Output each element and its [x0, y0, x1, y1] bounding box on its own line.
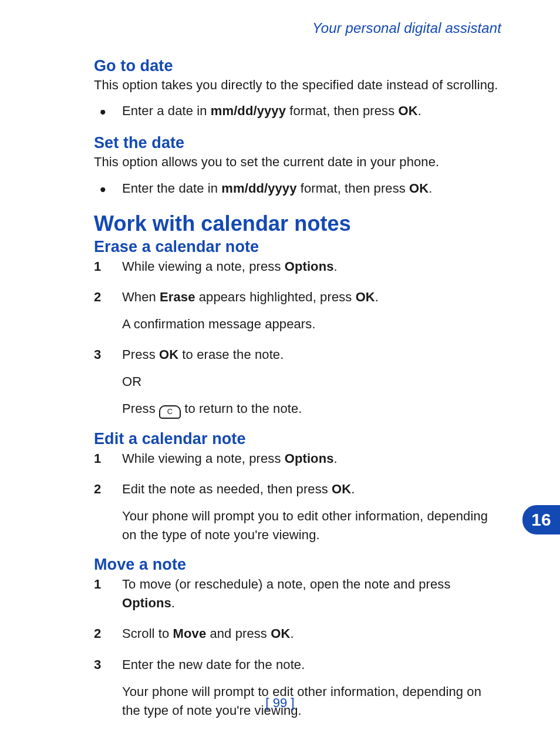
- set-the-date-desc: This option allows you to set the curren…: [94, 153, 501, 171]
- text: to return to the note.: [181, 401, 302, 416]
- text: While viewing a note, press: [122, 451, 285, 466]
- page-header: Your personal digital assistant: [94, 0, 501, 36]
- bold: mm/dd/yyyy: [221, 181, 296, 196]
- text: format, then press: [286, 103, 399, 118]
- edit-step-2-note: Your phone will prompt you to edit other…: [122, 507, 501, 544]
- text: and press: [206, 626, 271, 641]
- c-key-icon: C: [159, 405, 181, 419]
- heading-work-with-notes: Work with calendar notes: [94, 212, 501, 236]
- text: Enter the date in: [122, 181, 221, 196]
- bold: Options: [285, 451, 334, 466]
- text: appears highlighted, press: [195, 290, 356, 304]
- text: .: [334, 451, 338, 466]
- text: While viewing a note, press: [122, 259, 285, 274]
- text: to erase the note.: [178, 347, 284, 362]
- text: .: [334, 259, 338, 274]
- bold: OK: [356, 290, 375, 304]
- step-number: 1: [94, 449, 101, 468]
- text: Press: [122, 401, 159, 416]
- step-number: 1: [94, 575, 101, 594]
- text: .: [375, 290, 379, 304]
- step-number: 2: [94, 288, 101, 307]
- edit-step-1: 1 While viewing a note, press Options.: [94, 449, 501, 468]
- text: Press: [122, 347, 159, 362]
- move-step-1: 1 To move (or reschedule) a note, open t…: [94, 575, 501, 613]
- step-number: 2: [94, 480, 101, 499]
- heading-erase-note: Erase a calendar note: [94, 238, 501, 256]
- bold: OK: [159, 347, 178, 362]
- page-number: [ 99 ]: [0, 695, 560, 711]
- chapter-tab: 16: [522, 505, 560, 534]
- bold: OK: [271, 626, 290, 641]
- bold: Erase: [160, 290, 195, 304]
- step-number: 2: [94, 624, 101, 643]
- bold: Options: [122, 596, 171, 610]
- erase-step-3-alt: Press C to return to the note.: [122, 399, 501, 419]
- bold: Move: [173, 626, 207, 641]
- move-step-2: 2 Scroll to Move and press OK.: [94, 624, 501, 643]
- bold: OK: [399, 103, 418, 118]
- erase-step-2: 2 When Erase appears highlighted, press …: [94, 288, 501, 334]
- erase-step-3-or: OR: [122, 372, 501, 391]
- edit-step-2: 2 Edit the note as needed, then press OK…: [94, 480, 501, 544]
- text: .: [351, 482, 355, 496]
- text: .: [290, 626, 294, 641]
- text: Enter the new date for the note.: [122, 657, 305, 672]
- go-to-date-bullet: Enter a date in mm/dd/yyyy format, then …: [94, 102, 501, 120]
- heading-move-note: Move a note: [94, 556, 501, 574]
- text: .: [171, 596, 175, 610]
- step-number: 3: [94, 345, 101, 364]
- text: .: [429, 181, 432, 196]
- heading-go-to-date: Go to date: [94, 58, 501, 75]
- erase-step-2-note: A confirmation message appears.: [122, 315, 501, 334]
- step-number: 1: [94, 257, 101, 276]
- text: When: [122, 290, 160, 304]
- heading-set-the-date: Set the date: [94, 135, 501, 152]
- text: To move (or reschedule) a note, open the…: [122, 577, 451, 591]
- go-to-date-desc: This option takes you directly to the sp…: [94, 76, 501, 94]
- set-the-date-bullet: Enter the date in mm/dd/yyyy format, the…: [94, 179, 501, 198]
- bold: OK: [332, 482, 351, 496]
- text: Edit the note as needed, then press: [122, 482, 332, 496]
- bold: mm/dd/yyyy: [211, 103, 286, 118]
- bold: Options: [285, 259, 334, 274]
- text: Scroll to: [122, 626, 173, 641]
- text: format, then press: [297, 181, 410, 196]
- erase-step-3: 3 Press OK to erase the note. OR Press C…: [94, 345, 501, 419]
- step-number: 3: [94, 655, 101, 674]
- text: .: [418, 103, 421, 118]
- erase-step-1: 1 While viewing a note, press Options.: [94, 257, 501, 276]
- bold: OK: [409, 181, 429, 196]
- text: Enter a date in: [122, 103, 211, 118]
- heading-edit-note: Edit a calendar note: [94, 431, 501, 448]
